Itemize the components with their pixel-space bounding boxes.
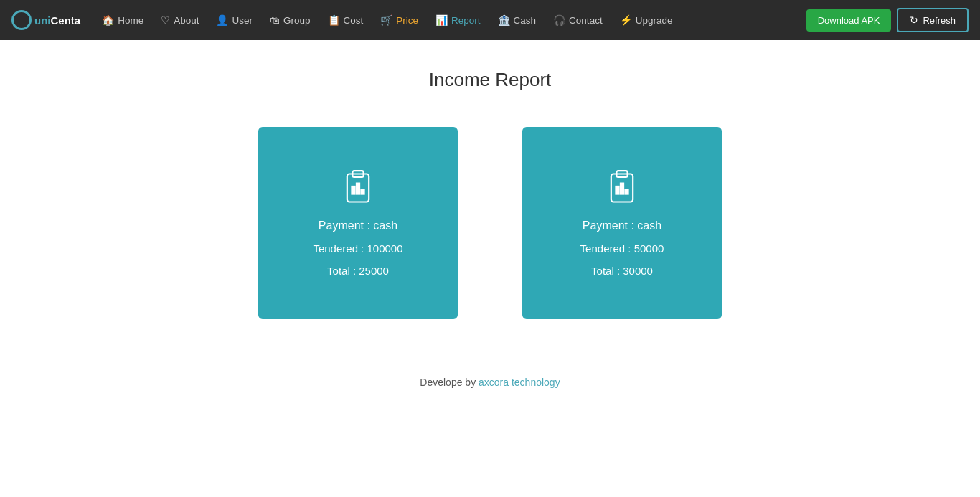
home-icon: 🏠 — [102, 14, 114, 26]
card-1-icon — [339, 169, 377, 209]
footer: Develope by axcora technology — [420, 377, 560, 388]
refresh-button[interactable]: ↻ Refresh — [897, 8, 969, 32]
nav-contact[interactable]: 🎧 Contact — [545, 0, 611, 40]
refresh-icon: ↻ — [910, 14, 918, 26]
nav-items: 🏠 Home ♡ About 👤 User 🛍 Group 📋 Cost 🛒 P… — [93, 0, 806, 40]
upgrade-icon: ⚡ — [620, 14, 632, 26]
card-1-tendered: Tendered : 100000 — [313, 242, 402, 255]
nav-about[interactable]: ♡ About — [152, 0, 207, 40]
svg-rect-3 — [357, 184, 359, 194]
price-icon: 🛒 — [380, 14, 392, 26]
nav-user[interactable]: 👤 User — [207, 0, 261, 40]
card-2-payment: Payment : cash — [583, 219, 661, 232]
card-2-icon — [603, 169, 641, 209]
svg-rect-9 — [625, 189, 628, 194]
footer-link[interactable]: axcora technology — [479, 377, 560, 388]
svg-rect-2 — [352, 186, 354, 194]
svg-rect-8 — [621, 184, 623, 194]
nav-actions: Download APK ↻ Refresh — [806, 8, 969, 32]
nav-cash[interactable]: 🏦 Cash — [489, 0, 545, 40]
cards-row: Payment : cash Tendered : 100000 Total :… — [258, 127, 722, 319]
report-icon: 📊 — [435, 14, 448, 26]
nav-price[interactable]: 🛒 Price — [372, 0, 427, 40]
nav-group[interactable]: 🛍 Group — [261, 0, 319, 40]
contact-icon: 🎧 — [553, 14, 565, 26]
nav-upgrade[interactable]: ⚡ Upgrade — [611, 0, 682, 40]
card-1-payment: Payment : cash — [319, 219, 397, 232]
user-icon: 👤 — [216, 14, 228, 26]
svg-rect-4 — [361, 189, 364, 194]
about-icon: ♡ — [161, 14, 170, 26]
download-apk-button[interactable]: Download APK — [806, 9, 892, 32]
nav-cost[interactable]: 📋 Cost — [319, 0, 372, 40]
cash-icon: 🏦 — [498, 14, 510, 26]
card-1: Payment : cash Tendered : 100000 Total :… — [258, 127, 458, 319]
logo-circle-icon — [11, 10, 32, 30]
logo-text: uniCenta — [34, 14, 80, 27]
card-2-tendered: Tendered : 50000 — [580, 242, 664, 255]
nav-home[interactable]: 🏠 Home — [93, 0, 152, 40]
card-2: Payment : cash Tendered : 50000 Total : … — [522, 127, 722, 319]
svg-rect-7 — [616, 186, 618, 194]
card-2-total: Total : 30000 — [591, 265, 653, 277]
card-1-total: Total : 25000 — [327, 265, 389, 277]
cost-icon: 📋 — [328, 14, 340, 26]
navbar: uniCenta 🏠 Home ♡ About 👤 User 🛍 Group 📋… — [0, 0, 980, 40]
logo[interactable]: uniCenta — [11, 10, 80, 30]
nav-report[interactable]: 📊 Report — [427, 0, 489, 40]
main-content: Income Report Payment : cash Tendered : … — [0, 40, 980, 388]
group-icon: 🛍 — [270, 14, 280, 26]
page-title: Income Report — [429, 69, 552, 91]
